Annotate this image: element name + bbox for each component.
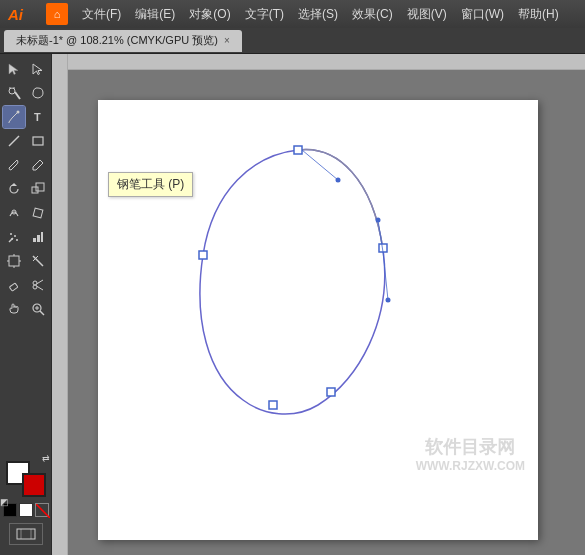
menu-item-v[interactable]: 视图(V) <box>401 4 453 25</box>
svg-rect-19 <box>33 238 36 242</box>
app-logo: Ai <box>8 6 38 23</box>
svg-rect-44 <box>327 388 335 396</box>
tooltip-text: 钢笔工具 (P) <box>117 177 184 191</box>
slice-tool[interactable] <box>27 250 49 272</box>
svg-rect-42 <box>294 146 302 154</box>
tool-row-brush <box>0 154 51 176</box>
shape-svg <box>98 100 538 540</box>
paintbrush-tool[interactable] <box>3 154 25 176</box>
column-graph-tool[interactable] <box>27 226 49 248</box>
svg-rect-43 <box>379 244 387 252</box>
svg-point-18 <box>16 239 18 241</box>
pen-tool-tooltip: 钢笔工具 (P) <box>108 172 193 197</box>
warp-tool[interactable] <box>3 202 25 224</box>
swap-colors-icon[interactable]: ⇄ <box>42 453 50 463</box>
tool-row-symbol <box>0 226 51 248</box>
artboard-tool[interactable] <box>3 250 25 272</box>
tool-row-magic <box>0 82 51 104</box>
scale-tool[interactable] <box>27 178 49 200</box>
magic-wand-tool[interactable] <box>3 82 25 104</box>
svg-rect-22 <box>9 256 19 266</box>
zoom-tool[interactable] <box>27 298 49 320</box>
color-area: ⇄ ◩ <box>0 457 53 521</box>
scissors-tool[interactable] <box>27 274 49 296</box>
fill-color-box[interactable] <box>22 473 46 497</box>
menu-bar: 文件(F)编辑(E)对象(O)文字(T)选择(S)效果(C)视图(V)窗口(W)… <box>76 4 577 25</box>
svg-rect-21 <box>41 232 43 242</box>
menu-item-o[interactable]: 对象(O) <box>183 4 236 25</box>
svg-rect-46 <box>199 251 207 259</box>
svg-line-47 <box>302 150 338 180</box>
svg-point-50 <box>376 218 381 223</box>
svg-rect-45 <box>269 401 277 409</box>
svg-line-38 <box>36 504 50 518</box>
menu-item-t[interactable]: 文字(T) <box>239 4 290 25</box>
svg-line-49 <box>378 220 383 252</box>
tool-row-line <box>0 130 51 152</box>
free-transform-tool[interactable] <box>27 202 49 224</box>
svg-point-15 <box>10 233 12 235</box>
svg-line-0 <box>15 92 20 99</box>
eraser-tool[interactable] <box>3 274 25 296</box>
menu-item-f[interactable]: 文件(F) <box>76 4 127 25</box>
pen-tool[interactable] <box>3 106 25 128</box>
white-swatch[interactable] <box>19 503 33 517</box>
pencil-tool[interactable] <box>27 154 49 176</box>
tool-row-artboard <box>0 250 51 272</box>
tool-row-rotate <box>0 178 51 200</box>
svg-text:T: T <box>34 111 41 123</box>
home-icon: ⌂ <box>54 8 61 20</box>
menu-item-w[interactable]: 窗口(W) <box>455 4 510 25</box>
svg-rect-39 <box>17 529 35 539</box>
menu-item-s[interactable]: 选择(S) <box>292 4 344 25</box>
symbol-sprayer-tool[interactable] <box>3 226 25 248</box>
tool-row-eraser <box>0 274 51 296</box>
svg-line-51 <box>383 252 388 300</box>
tool-bottom <box>9 521 43 551</box>
svg-point-4 <box>16 111 19 114</box>
vertical-ruler <box>52 54 68 555</box>
canvas-background <box>68 70 585 555</box>
svg-marker-10 <box>11 183 17 186</box>
default-colors-icon[interactable]: ◩ <box>0 497 9 507</box>
tab-bar: 未标题-1* @ 108.21% (CMYK/GPU 预览) × <box>0 28 585 54</box>
svg-marker-5 <box>8 122 10 123</box>
menu-item-h[interactable]: 帮助(H) <box>512 4 565 25</box>
svg-line-35 <box>40 311 44 315</box>
line-tool[interactable] <box>3 130 25 152</box>
svg-line-9 <box>40 160 43 163</box>
svg-rect-20 <box>37 235 40 242</box>
canvas-area[interactable]: 钢笔工具 (P) 软件目录网 WWW.RJZXW.COM <box>52 54 585 555</box>
svg-line-7 <box>9 136 19 146</box>
svg-point-16 <box>14 235 16 237</box>
main-area: T <box>0 54 585 555</box>
svg-point-30 <box>33 281 37 285</box>
tool-row-pen: T <box>0 106 51 128</box>
svg-line-33 <box>36 286 43 290</box>
menu-item-e[interactable]: 编辑(E) <box>129 4 181 25</box>
hand-tool[interactable] <box>3 298 25 320</box>
color-boxes: ⇄ ◩ <box>6 461 46 497</box>
document-tab[interactable]: 未标题-1* @ 108.21% (CMYK/GPU 预览) × <box>4 30 242 52</box>
svg-rect-29 <box>9 283 18 291</box>
rectangle-tool[interactable] <box>27 130 49 152</box>
artboard-nav-button[interactable] <box>9 523 43 545</box>
direct-selection-tool[interactable] <box>27 58 49 80</box>
selection-tool[interactable] <box>3 58 25 80</box>
none-swatch[interactable] <box>35 503 49 517</box>
svg-point-52 <box>386 298 391 303</box>
horizontal-ruler <box>52 54 585 70</box>
title-bar: Ai ⌂ 文件(F)编辑(E)对象(O)文字(T)选择(S)效果(C)视图(V)… <box>0 0 585 28</box>
home-button[interactable]: ⌂ <box>46 3 68 25</box>
type-tool[interactable]: T <box>27 106 49 128</box>
svg-rect-14 <box>33 208 43 218</box>
lasso-tool[interactable] <box>27 82 49 104</box>
svg-line-27 <box>33 256 43 266</box>
tab-close-button[interactable]: × <box>224 35 230 46</box>
color-swatches <box>3 503 49 517</box>
toolbar: T <box>0 54 52 555</box>
svg-rect-8 <box>33 137 43 145</box>
rotate-tool[interactable] <box>3 178 25 200</box>
menu-item-c[interactable]: 效果(C) <box>346 4 399 25</box>
tool-row-hand <box>0 298 51 320</box>
